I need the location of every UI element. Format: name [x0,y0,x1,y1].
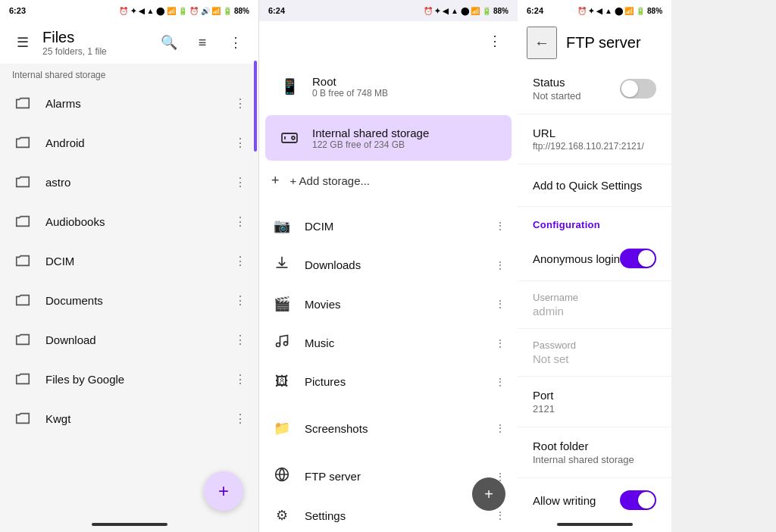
storage-internal[interactable]: Internal shared storage 122 GB free of 2… [265,115,512,161]
ftp-content: Status Not started URL ftp://192.168.110… [518,64,671,517]
svg-point-4 [284,342,288,346]
root-folder-label: Root folder [533,440,656,452]
more-icon[interactable]: ⋮ [234,372,246,386]
status-icons-2: ⏰ ✦ ◀ ▲ ⬤ 📶 🔋 88% [424,7,508,15]
username-value: admin [533,305,656,318]
app-bar-files: ☰ Files 25 folders, 1 file 🔍 ≡ ⋮ [0,21,258,64]
more-icon[interactable]: ⋮ [234,214,246,229]
home-indicator-3 [518,517,671,532]
storage-root[interactable]: 📱 Root 0 B free of 748 MB [265,64,512,109]
more-button-1[interactable]: ⋮ [222,29,249,56]
app-subtitle: 25 folders, 1 file [42,46,149,57]
anon-login-row: Anonymous login [518,236,671,281]
panel-nav: 6:24 ⏰ ✦ ◀ ▲ ⬤ 📶 🔋 88% ⋮ 📱 Root 0 B free… [259,0,518,532]
anon-login-toggle[interactable] [620,249,656,268]
panel-files: 6:23 ⏰ ✦ ◀ ▲ ⬤ 📶 🔋 ⏰ 🔊 📶 🔋 88% ☰ Files 2… [0,0,259,532]
list-item[interactable]: Audiobooks ⋮ [0,202,258,241]
section-label-storage: Internal shared storage [0,64,258,83]
port-label: Port [533,389,656,402]
more-button-2[interactable]: ⋮ [481,27,508,55]
more-icon[interactable]: ⋮ [234,333,246,347]
storage-icon [277,126,302,150]
port-row: Port 2121 [518,377,671,427]
status-icons-3: ⏰ ✦ ◀ ▲ ⬤ 📶 🔋 88% [577,7,662,15]
nav-more-movies[interactable]: ⋮ [495,298,505,310]
status-icons-1: ⏰ ✦ ◀ ▲ ⬤ 📶 🔋 ⏰ 🔊 📶 🔋 88% [119,7,249,15]
list-item[interactable]: Android ⋮ [0,123,258,162]
config-header: Configuration [518,207,671,236]
root-folder-value: Internal shared storage [533,454,656,465]
nav-pictures[interactable]: 🖼 Pictures ⋮ [259,363,518,400]
time-2: 6:24 [268,6,285,15]
settings-icon: ⚙ [271,507,293,524]
more-icon[interactable]: ⋮ [234,293,246,308]
nav-downloads[interactable]: Downloads ⋮ [259,245,518,285]
password-field: Password Not set [518,329,671,377]
dcim-icon: 📷 [271,217,293,234]
status-bar-1: 6:23 ⏰ ✦ ◀ ▲ ⬤ 📶 🔋 ⏰ 🔊 📶 🔋 88% [0,0,258,21]
back-bar: ← FTP server [518,21,671,64]
nav-movies[interactable]: 🎬 Movies ⋮ [259,285,518,323]
allow-writing-label: Allow writing [533,494,620,507]
more-icon[interactable]: ⋮ [234,412,246,426]
quick-settings-row[interactable]: Add to Quick Settings [518,164,671,207]
nav-more-screenshots[interactable]: ⋮ [495,422,505,434]
phone-icon: 📱 [277,74,302,99]
more-icon[interactable]: ⋮ [234,254,246,268]
time-1: 6:23 [9,6,26,15]
username-field: Username admin [518,281,671,329]
status-label: Status [533,76,620,89]
anon-login-label: Anonymous login [533,252,620,265]
movies-icon: 🎬 [271,296,293,312]
nav-more-settings[interactable]: ⋮ [495,509,505,521]
list-item[interactable]: astro ⋮ [0,162,258,202]
list-item[interactable]: Alarms ⋮ [0,83,258,123]
more-icon[interactable]: ⋮ [234,96,246,111]
root-folder-row: Root folder Internal shared storage [518,427,671,478]
sort-button[interactable]: ≡ [189,29,216,56]
quick-settings-label: Add to Quick Settings [533,179,656,192]
panel-ftp: 6:24 ⏰ ✦ ◀ ▲ ⬤ 📶 🔋 88% ← FTP server Stat… [518,0,671,532]
panel2-fab[interactable]: + [472,477,505,511]
back-button[interactable]: ← [527,27,557,59]
allow-writing-toggle[interactable] [620,490,656,510]
nav-more-downloads[interactable]: ⋮ [495,259,505,271]
list-item[interactable]: DCIM ⋮ [0,241,258,280]
folder-list: Alarms ⋮ Android ⋮ astro ⋮ Audiobooks ⋮ … [0,83,258,517]
url-label: URL [533,127,656,139]
nav-screenshots[interactable]: 📁 Screenshots ⋮ [259,409,518,447]
svg-point-2 [292,136,295,139]
list-item[interactable]: Download ⋮ [0,320,258,359]
more-icon[interactable]: ⋮ [234,175,246,189]
app-title: Files [42,29,149,46]
screenshots-icon: 📁 [271,420,293,437]
nav-music[interactable]: Music ⋮ [259,323,518,363]
app-title-area: Files 25 folders, 1 file [42,29,149,57]
allow-writing-row: Allow writing [518,478,671,517]
url-row: URL ftp://192.168.110.217:2121/ [518,114,671,164]
fab-add[interactable]: + [204,471,243,511]
list-item[interactable]: Kwgt ⋮ [0,399,258,438]
status-value: Not started [533,90,620,102]
nav-more-dcim[interactable]: ⋮ [495,220,505,232]
nav-dcim[interactable]: 📷 DCIM ⋮ [259,207,518,245]
password-label: Password [533,340,656,351]
url-value: ftp://192.168.110.217:2121/ [533,141,656,152]
nav-more-pictures[interactable]: ⋮ [495,376,505,388]
add-storage-button[interactable]: + + Add storage... [259,164,518,198]
search-button[interactable]: 🔍 [155,29,183,56]
username-label: Username [533,292,656,303]
menu-button[interactable]: ☰ [9,29,36,56]
more-icon[interactable]: ⋮ [234,136,246,150]
home-indicator-1 [0,517,258,532]
status-bar-3: 6:24 ⏰ ✦ ◀ ▲ ⬤ 📶 🔋 88% [518,0,671,21]
list-item[interactable]: Documents ⋮ [0,280,258,320]
password-value: Not set [533,352,656,365]
list-item[interactable]: Files by Google ⋮ [0,359,258,399]
music-icon [271,333,293,352]
port-value: 2121 [533,403,656,415]
downloads-icon [271,255,293,274]
svg-point-3 [277,343,280,347]
status-toggle[interactable] [620,79,656,99]
nav-more-music[interactable]: ⋮ [495,337,505,349]
